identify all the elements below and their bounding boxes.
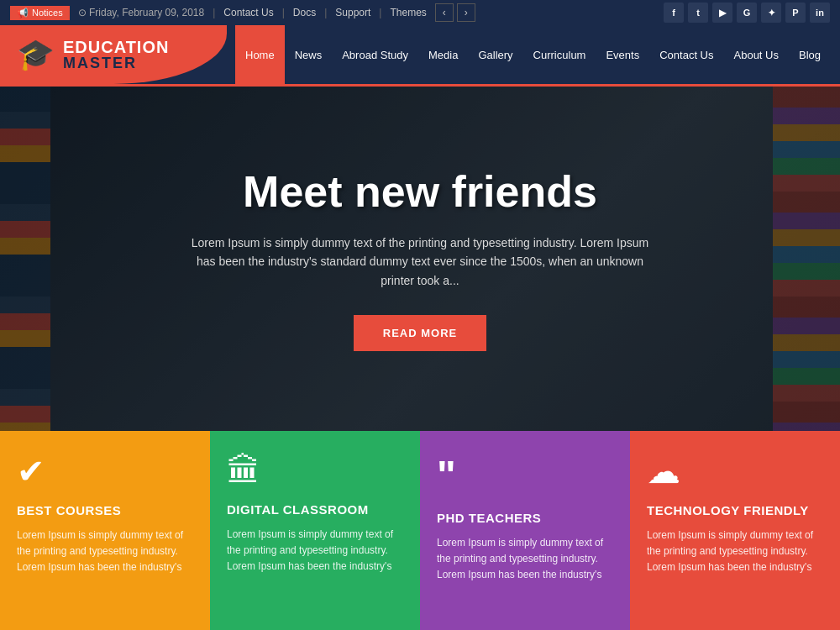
pinterest-icon[interactable]: P [785,3,806,23]
main-nav: Home News Abroad Study Media Gallery Cur… [227,25,840,84]
next-arrow[interactable]: › [457,3,475,22]
megaphone-icon: 📢 [17,8,29,18]
features-section: ✔ BEST COURSES Lorem Ipsum is simply dum… [0,431,840,630]
logo-area: 🎓 EDUCATION MASTER [0,25,227,84]
support-link[interactable]: Support [335,7,370,18]
google-icon[interactable]: G [737,3,757,23]
nav-home[interactable]: Home [235,25,285,84]
clock-icon: ⊙ [78,7,87,18]
cloud-icon: ☁ [647,452,823,491]
feature-title-technology-friendly: TECHNOLOGY FRIENDLY [647,503,823,517]
nav-abroad-study[interactable]: Abroad Study [332,25,418,84]
nav-news[interactable]: News [285,25,333,84]
prev-arrow[interactable]: ‹ [435,3,454,22]
feature-title-digital-classroom: DIGITAL CLASSROOM [227,502,403,517]
nav-blog[interactable]: Blog [789,25,831,84]
read-more-button[interactable]: READ MORE [354,315,486,351]
hero-section: Meet new friends Lorem Ipsum is simply d… [0,87,840,431]
nav-curriculum[interactable]: Curriculum [523,25,596,84]
social-icons: f t ▶ G ✦ P in [664,3,830,23]
quote-icon: " [437,452,613,498]
docs-link[interactable]: Docs [293,7,316,18]
logo-text: EDUCATION MASTER [63,39,169,71]
linkedin-icon[interactable]: in [810,3,830,23]
nav-about-us[interactable]: About Us [724,25,789,84]
feature-desc-technology-friendly: Lorem Ipsum is simply dummy text of the … [647,528,823,576]
top-bar: 📢 Notices ⊙ Friday, February 09, 2018 | … [0,0,840,25]
institution-icon: 🏛 [227,452,403,490]
checkmark-icon: ✔ [17,452,193,491]
youtube-icon[interactable]: ▶ [712,3,732,23]
nav-gallery[interactable]: Gallery [468,25,522,84]
nav-events[interactable]: Events [596,25,649,84]
notices-label[interactable]: 📢 Notices [10,6,70,20]
top-bar-left: 📢 Notices ⊙ Friday, February 09, 2018 | … [10,3,475,22]
logo-master: MASTER [63,55,169,71]
feature-title-best-courses: BEST COURSES [17,503,193,517]
feature-desc-best-courses: Lorem Ipsum is simply dummy text of the … [17,528,193,576]
contact-us-toplink[interactable]: Contact Us [223,7,273,18]
graduation-cap-icon: 🎓 [17,37,55,72]
hero-description: Lorem Ipsum is simply dummy text of the … [185,234,655,290]
feature-desc-phd-teachers: Lorem Ipsum is simply dummy text of the … [437,535,613,584]
hero-title: Meet new friends [185,166,655,217]
nav-arrows: ‹ › [435,3,475,22]
feature-best-courses: ✔ BEST COURSES Lorem Ipsum is simply dum… [0,431,210,630]
header: 🎓 EDUCATION MASTER Home News Abroad Stud… [0,25,840,84]
feature-technology-friendly: ☁ TECHNOLOGY FRIENDLY Lorem Ipsum is sim… [630,431,840,630]
nav-media[interactable]: Media [418,25,468,84]
date-display: ⊙ Friday, February 09, 2018 [78,7,205,18]
feature-desc-digital-classroom: Lorem Ipsum is simply dummy text of the … [227,527,403,575]
hero-content: Meet new friends Lorem Ipsum is simply d… [168,150,672,368]
nav-contact-us[interactable]: Contact Us [649,25,723,84]
twitter-icon[interactable]: t [688,3,708,23]
instagram-icon[interactable]: ✦ [761,3,781,23]
feature-phd-teachers: " PHD TEACHERS Lorem Ipsum is simply dum… [420,431,630,630]
feature-title-phd-teachers: PHD TEACHERS [437,511,613,525]
logo-education: EDUCATION [63,39,169,55]
search-icon[interactable]: 🔍 [831,47,840,63]
facebook-icon[interactable]: f [664,3,684,23]
feature-digital-classroom: 🏛 DIGITAL CLASSROOM Lorem Ipsum is simpl… [210,431,420,630]
themes-link[interactable]: Themes [390,7,426,18]
